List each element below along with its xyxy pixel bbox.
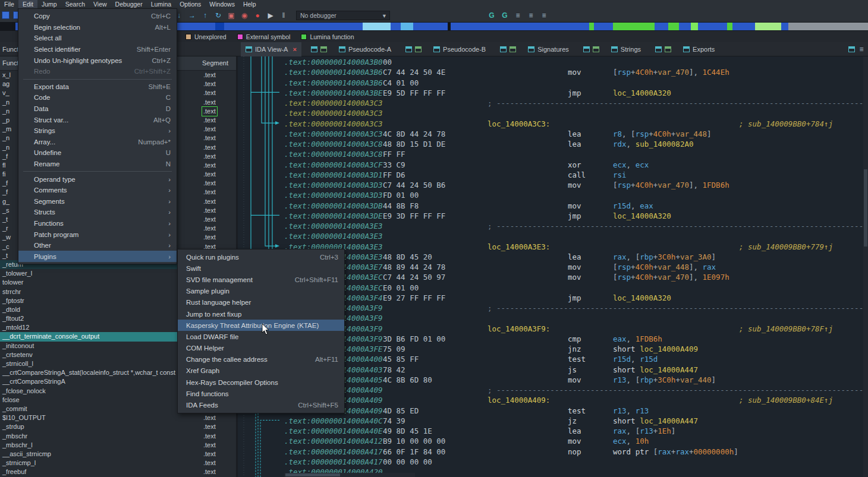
stop-icon[interactable]: ● [253,11,262,20]
vertical-scrollbar[interactable] [863,56,868,477]
disasm-line[interactable]: .text:000000014000A3B6C7 44 24 50 4Emov[… [238,67,863,77]
edit-menu-item-segments[interactable]: Segments› [18,196,177,207]
disasm-line[interactable]: .text:000000014000A3B6C4 01 00 [238,78,863,88]
stack-view-icon[interactable]: ≡ [527,11,535,20]
window-icon[interactable] [583,46,590,52]
plugins-menu-item-com-helper[interactable]: COM Helper [178,343,344,354]
menubar-item-windows[interactable]: Windows [205,0,239,8]
edit-menu-item-undefine[interactable]: UndefineU [18,147,177,159]
disasm-line[interactable]: .text:000000014000A3E3; ----------------… [238,221,863,231]
menubar-item-search[interactable]: Search [61,0,89,8]
function-row[interactable]: __ascii_strnicmp.text [0,450,236,459]
edit-menu-item-operand-type[interactable]: Operand type› [18,173,177,185]
menubar-item-view[interactable]: View [89,0,111,8]
edit-menu-item-patch-program[interactable]: Patch program› [18,229,177,240]
plugins-menu-item-svd-file-management[interactable]: SVD file managementCtrl+Shift+F11 [178,274,344,285]
edit-menu-item-struct-var[interactable]: Struct var...Alt+Q [18,114,177,125]
disasm-line[interactable]: .text:000000014000A3C3; ----------------… [238,98,863,108]
edit-menu-item-other[interactable]: Other› [18,240,177,251]
scrollbar-thumb[interactable] [864,169,867,247]
disasm-line[interactable]: .text:000000014000A3BEE9 5D FF FF FFjmpl… [238,88,863,98]
disasm-line[interactable]: .text:000000014000A3C848 8D 15 D1 DElear… [238,139,863,149]
edit-menu-item-functions[interactable]: Functions› [18,218,177,229]
plugins-menu-item-xref-graph[interactable]: Xref Graph [178,365,344,377]
window-icon[interactable] [500,46,507,52]
menubar-item-jump[interactable]: Jump [37,0,61,8]
disasm-line[interactable]: .text:000000014000A3DB44 8B F8movr15d, e… [238,201,863,211]
menubar-item-file[interactable]: File [0,0,18,8]
plugins-menu-item-hex-rays-decompiler-options[interactable]: Hex-Rays Decompiler Options [178,377,344,388]
breakpoint-list-icon[interactable]: ▣ [227,11,235,20]
edit-menu-item-begin-selection[interactable]: Begin selectionAlt+L [18,22,177,33]
function-row[interactable]: _freebuf.text [0,467,236,476]
window-icon[interactable] [311,46,317,52]
plugins-menu-item-load-dwarf-file[interactable]: Load DWARF file [178,331,344,342]
window-icon[interactable] [848,46,855,52]
lumina-push-icon[interactable]: G [501,11,509,20]
step-over-icon[interactable]: → [188,11,196,20]
horizontal-scrollbar[interactable] [284,473,415,477]
edit-menu-item-data[interactable]: DataD [18,103,177,115]
step-trace-icon[interactable]: ↻ [214,11,222,20]
disasm-line[interactable]: .text:000000014000A3CF33 C9xorecx, ecx [238,160,863,170]
edit-menu-item-select-all[interactable]: Select all [18,33,177,44]
window-icon[interactable] [593,46,599,52]
list-view-icon[interactable]: ≡ [514,11,522,20]
disasm-line[interactable]: .text:000000014000A40E49 8D 45 1Elearax,… [238,426,863,436]
segments-view-icon[interactable]: ≡ [540,11,548,20]
function-row[interactable]: _mbschr_l.text [0,441,236,450]
tab-pseudocode-a[interactable]: Pseudocode-A [334,42,396,56]
edit-menu-item-plugins[interactable]: Plugins› [18,251,177,262]
menubar-item-edit[interactable]: Edit [18,0,37,8]
window-icon[interactable] [510,46,516,52]
plugins-menu-item-ida-feeds[interactable]: IDA FeedsCtrl+Shift+F5 [178,399,344,410]
breakpoint-icon[interactable]: ◉ [240,11,249,20]
edit-menu-item-copy[interactable]: CopyCtrl+C [18,11,177,22]
function-row[interactable]: _strdup.text [0,422,236,431]
plugins-menu-item-quick-run-plugins[interactable]: Quick run pluginsCtrl+3 [178,251,344,263]
window-icon[interactable] [320,46,327,52]
plugins-menu-item-jump-to-next-fixup[interactable]: Jump to next fixup [178,308,344,320]
disasm-line[interactable]: .text:000000014000A3D1FF D6callrsi [238,170,863,180]
function-row[interactable]: $I10_OUTPUT.text [0,413,236,422]
menubar-item-debugger[interactable]: Debugger [111,0,147,8]
function-row[interactable]: _strnicmp_l.text [0,459,236,467]
scrollbar-thumb[interactable] [285,473,340,476]
window-icon[interactable] [415,46,422,52]
plugins-menu-item-rust-language-helper[interactable]: Rust language helper [178,297,344,308]
function-row[interactable]: _mbschr.text [0,432,236,441]
disasm-line[interactable]: .text:000000014000A412B9 10 00 00 00move… [238,436,863,446]
edit-menu-item-rename[interactable]: RenameN [18,159,177,170]
edit-menu-item-select-identifier[interactable]: Select identifierShift+Enter [18,44,177,55]
plugins-menu-item-swift[interactable]: Swift [178,263,344,274]
tab-pseudocode-b[interactable]: Pseudocode-B [429,42,490,56]
tab-signatures[interactable]: Signatures [523,42,574,56]
debugger-select[interactable]: No debugger▾ [296,11,390,20]
edit-menu-item-comments[interactable]: Comments› [18,185,177,196]
edit-menu-item-code[interactable]: CodeC [18,92,177,103]
disasm-line[interactable]: .text:000000014000A3E3 [238,231,863,241]
window-icon[interactable] [655,46,662,52]
plugins-menu-item-sample-plugin[interactable]: Sample plugin [178,286,344,297]
pause-icon[interactable]: ‖ [279,11,288,20]
disasm-line[interactable]: .text:000000014000A41700 00 00 00 [238,457,863,467]
edit-menu-item-export-data[interactable]: Export dataShift+E [18,81,177,93]
disasm-line[interactable]: .text:000000014000A3C34C 8D 44 24 78lear… [238,129,863,139]
disasm-line[interactable]: .text:000000014000A40C74 39jzshort loc_1… [238,416,863,426]
disasm-line[interactable]: .text:000000014000A41766 0F 1F 84 00nopw… [238,447,863,457]
disasm-line[interactable]: .text:000000014000A3C3loc_14000A3C3:; su… [238,119,863,129]
menubar-item-help[interactable]: Help [239,0,260,8]
plugins-menu-item-change-the-callee-address[interactable]: Change the callee addressAlt+F11 [178,354,344,365]
open-file-icon[interactable] [2,11,10,19]
run-icon[interactable]: ▶ [266,11,275,20]
edit-menu-item-redo[interactable]: RedoCtrl+Shift+Z [18,66,177,77]
disasm-line[interactable]: .text:000000014000A3B000 [238,57,863,67]
disasm-line[interactable]: .text:000000014000A3C3 [238,108,863,118]
disasm-line[interactable]: .text:000000014000A3C8FF FF [238,149,863,159]
disasm-line[interactable]: .text:000000014000A3DEE9 3D FF FF FFjmpl… [238,211,863,221]
menubar-item-lumina[interactable]: Lumina [147,0,175,8]
tab-strings[interactable]: Strings [606,42,646,56]
plugins-menu-item-kaspersky-threat-attribution-engine-ktae[interactable]: Kaspersky Threat Attribution Engine (KTA… [178,320,344,331]
edit-menu-item-structs[interactable]: Structs› [18,207,177,218]
disasm-line[interactable]: .text:000000014000A3D3FD 01 00 [238,190,863,200]
